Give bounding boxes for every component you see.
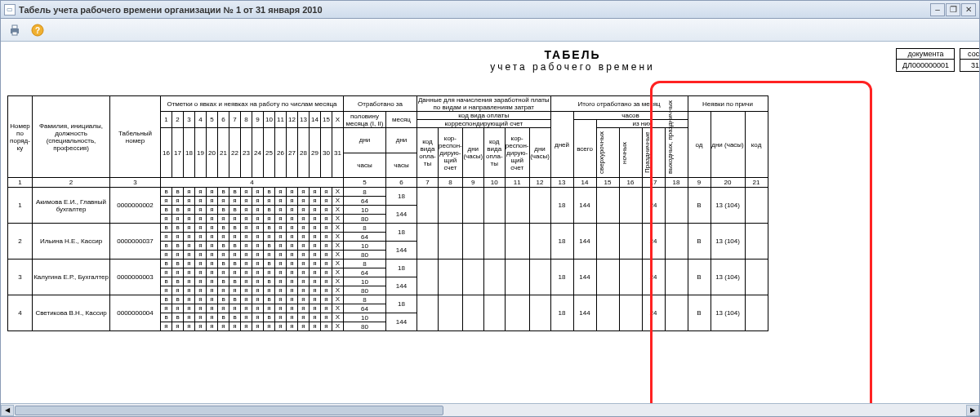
mark-cell: я	[287, 188, 298, 197]
day-col-2: 2	[172, 112, 184, 128]
help-button[interactable]: ?	[29, 21, 47, 39]
colnum-7: 7	[417, 178, 439, 188]
half-val: 10	[344, 313, 386, 322]
title-line-2: учета рабочего времени	[7, 61, 979, 73]
mark-cell: я	[184, 268, 195, 277]
mark-cell: я	[321, 260, 332, 268]
mark-cell: я	[252, 313, 264, 322]
mark-cell: я	[287, 242, 298, 251]
mark-cell: я	[275, 215, 287, 224]
abs-code: В	[688, 188, 710, 224]
mark-cell: я	[207, 242, 218, 251]
mark-cell: в	[172, 295, 184, 304]
mark-cell: я	[207, 188, 218, 197]
mark-cell: X	[332, 322, 344, 331]
mark-cell: я	[298, 242, 310, 251]
mark-cell: я	[298, 295, 310, 304]
mark-cell: я	[195, 322, 207, 331]
mark-cell: X	[332, 286, 344, 295]
mark-cell: я	[298, 277, 310, 286]
day-col-22: 22	[229, 128, 241, 178]
mark-cell: X	[332, 233, 344, 242]
day-col-31: 31	[332, 128, 344, 178]
mark-cell: в	[229, 242, 241, 251]
mark-cell: в	[218, 242, 229, 251]
mark-cell: я	[241, 313, 252, 322]
mark-cell: я	[252, 286, 264, 295]
mark-cell: я	[264, 197, 275, 206]
colnum-20: 20	[710, 178, 745, 188]
scroll-track[interactable]	[14, 405, 966, 416]
half-val: 8	[344, 260, 386, 268]
day-col-14: 14	[310, 112, 321, 128]
tot-over	[596, 224, 619, 260]
mark-cell: я	[252, 188, 264, 197]
mark-cell: в	[218, 277, 229, 286]
mark-cell: я	[241, 224, 252, 233]
horizontal-scrollbar[interactable]: ◀ ▶	[1, 403, 979, 416]
mark-cell: я	[195, 215, 207, 224]
col-tabnum: Табельный номер	[110, 96, 161, 178]
scroll-thumb[interactable]	[15, 406, 443, 415]
mark-cell: я	[207, 304, 218, 313]
day-col-7: 7	[229, 112, 241, 128]
mark-cell: в	[218, 206, 229, 215]
pay-cell	[417, 224, 439, 260]
mark-cell: X	[332, 295, 344, 304]
mark-cell: я	[195, 304, 207, 313]
pay-cell	[505, 260, 529, 295]
scroll-right-button[interactable]: ▶	[966, 405, 979, 416]
mark-cell: в	[264, 206, 275, 215]
maximize-button[interactable]: ❐	[946, 3, 960, 16]
mark-cell: в	[218, 313, 229, 322]
colnum-6: 6	[386, 178, 417, 188]
close-button[interactable]: ✕	[961, 3, 976, 16]
mark-cell: в	[229, 313, 241, 322]
mark-cell: я	[252, 215, 264, 224]
colnum-16: 16	[619, 178, 642, 188]
tot-total: 144	[573, 188, 596, 224]
mark-cell: X	[332, 197, 344, 206]
mark-cell: в	[172, 206, 184, 215]
mark-cell: я	[310, 268, 321, 277]
mark-cell: я	[310, 277, 321, 286]
day-col-15: 15	[321, 112, 332, 128]
mark-cell: в	[161, 260, 172, 268]
day-col-25: 25	[264, 128, 275, 178]
col-tot-night: ночных	[619, 128, 642, 178]
mark-cell: я	[321, 197, 332, 206]
mark-cell: я	[229, 322, 241, 331]
mark-cell: в	[264, 242, 275, 251]
day-col-17: 17	[172, 128, 184, 178]
mark-cell: я	[264, 251, 275, 260]
mark-cell: я	[207, 206, 218, 215]
pay-cell	[505, 188, 529, 224]
month-top: 18	[386, 224, 417, 242]
mark-cell: я	[229, 197, 241, 206]
mark-cell: в	[161, 188, 172, 197]
colnum-18: 18	[665, 178, 688, 188]
col-pay-dh-2: дни (часы)	[529, 128, 550, 178]
mark-cell: я	[252, 197, 264, 206]
document-scroll-area[interactable]: ТАБЕЛЬ учета рабочего времени документа …	[1, 42, 979, 403]
mark-cell: я	[161, 268, 172, 277]
mark-cell: я	[321, 277, 332, 286]
mark-cell: я	[207, 286, 218, 295]
day-col-5: 5	[207, 112, 218, 128]
print-button[interactable]	[6, 21, 24, 39]
titlebar: ▭ Табель учета рабочего времени организа…	[1, 1, 979, 19]
mark-cell: в	[161, 295, 172, 304]
scroll-left-button[interactable]: ◀	[1, 405, 14, 416]
mark-cell: в	[264, 277, 275, 286]
mark-cell: я	[241, 215, 252, 224]
mark-cell: я	[218, 215, 229, 224]
colnum-3: 3	[110, 178, 161, 188]
mark-cell: я	[310, 322, 321, 331]
col-tot-total: всего	[573, 120, 596, 178]
mark-cell: я	[252, 260, 264, 268]
colnum-5: 5	[344, 178, 386, 188]
mark-cell: я	[184, 197, 195, 206]
mark-cell: я	[275, 277, 287, 286]
timesheet-table: Номер по поряд-куФамилия, инициалы, долж…	[7, 95, 768, 331]
minimize-button[interactable]: –	[930, 3, 945, 16]
